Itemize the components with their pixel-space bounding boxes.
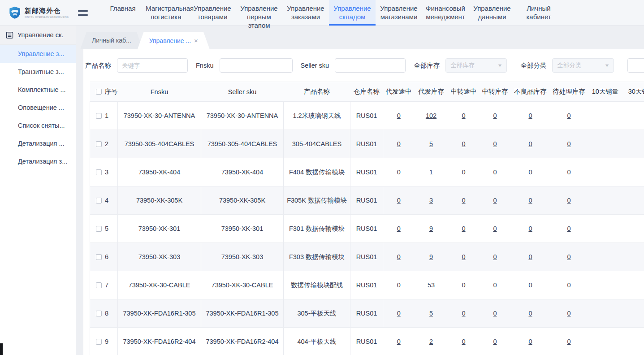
- consign-stock-link[interactable]: 102: [426, 112, 437, 119]
- nav-item-data-management[interactable]: Управление данными: [469, 0, 515, 26]
- transfer-in-transit-link[interactable]: 0: [462, 253, 465, 260]
- cell-sales-30d: [623, 186, 644, 215]
- transfer-stock-link[interactable]: 0: [493, 140, 497, 147]
- consign-in-transit-link[interactable]: 0: [397, 281, 401, 289]
- sidebar-item-alerts[interactable]: Оповещение ...: [0, 99, 76, 117]
- filter-stock-select[interactable]: 全部库存▼: [445, 58, 507, 73]
- transfer-stock-link[interactable]: 0: [493, 197, 497, 204]
- filter-product-name-input[interactable]: [117, 58, 188, 73]
- defective-stock-link[interactable]: 0: [528, 338, 532, 345]
- defective-stock-link[interactable]: 0: [528, 197, 532, 204]
- nav-item-trunk-logistics[interactable]: Магистральная логистика: [143, 0, 189, 26]
- row-checkbox[interactable]: [96, 113, 102, 119]
- transfer-in-transit-link[interactable]: 0: [462, 140, 465, 147]
- vertical-scrollbar-thumb[interactable]: [0, 343, 3, 355]
- sidebar-item-kit-orders[interactable]: Комплектные ...: [0, 81, 76, 99]
- nav-item-first-leg-management[interactable]: Управление первым этапом: [236, 0, 282, 26]
- pending-stock-link[interactable]: 0: [567, 253, 571, 260]
- consign-in-transit-link[interactable]: 0: [397, 140, 401, 147]
- cell-fnsku: 73950-XK-FDA16R1-305: [118, 299, 201, 328]
- transfer-stock-link[interactable]: 0: [493, 338, 497, 345]
- sidebar-item-orders-management[interactable]: Управление з...: [0, 45, 76, 63]
- consign-in-transit-link[interactable]: 0: [397, 197, 401, 204]
- nav-item-order-management[interactable]: Управление заказами: [282, 0, 329, 26]
- tab-close-icon[interactable]: ×: [194, 37, 198, 44]
- cell-transfer-stock: 0: [480, 215, 511, 243]
- transfer-stock-link[interactable]: 0: [493, 112, 497, 119]
- select-all-checkbox[interactable]: [96, 89, 102, 95]
- nav-item-warehouse-management[interactable]: Управление складом: [329, 0, 376, 26]
- transfer-in-transit-link[interactable]: 0: [462, 281, 465, 289]
- defective-stock-link[interactable]: 0: [528, 310, 532, 317]
- pending-stock-link[interactable]: 0: [567, 112, 571, 119]
- row-checkbox[interactable]: [96, 311, 102, 316]
- transfer-in-transit-link[interactable]: 0: [462, 310, 465, 317]
- transfer-in-transit-link[interactable]: 0: [462, 197, 465, 204]
- sidebar-item-details-b[interactable]: Детализация з...: [0, 152, 76, 170]
- consign-stock-link[interactable]: 2: [429, 338, 433, 345]
- consign-in-transit-link[interactable]: 0: [397, 169, 401, 176]
- nav-item-personal-account[interactable]: Личный кабинет: [515, 0, 562, 26]
- row-checkbox[interactable]: [96, 282, 102, 288]
- consign-in-transit-link[interactable]: 0: [397, 225, 401, 232]
- tab-warehouse-management[interactable]: Управление ...×: [138, 32, 210, 49]
- cell-seq: 2: [90, 130, 118, 158]
- row-checkbox[interactable]: [96, 226, 102, 232]
- consign-stock-link[interactable]: 53: [428, 281, 435, 289]
- filter-extra-input[interactable]: [627, 58, 644, 73]
- sidebar-item-removed-list[interactable]: Список сняты...: [0, 117, 76, 134]
- pending-stock-link[interactable]: 0: [567, 169, 571, 176]
- consign-stock-link[interactable]: 5: [429, 140, 433, 147]
- consign-stock-link[interactable]: 9: [429, 225, 433, 232]
- row-checkbox[interactable]: [96, 169, 102, 175]
- filter-seller-sku-input[interactable]: [335, 58, 406, 73]
- consign-in-transit-link[interactable]: 0: [397, 253, 401, 260]
- transfer-stock-link[interactable]: 0: [493, 169, 497, 176]
- nav-item-product-management[interactable]: Управление товарами: [189, 0, 236, 26]
- sidebar-item-transit-orders[interactable]: Транзитные з...: [0, 63, 76, 81]
- pending-stock-link[interactable]: 0: [567, 197, 571, 204]
- nav-item-home[interactable]: Главная: [103, 0, 143, 26]
- consign-stock-link[interactable]: 9: [429, 253, 433, 260]
- transfer-in-transit-link[interactable]: 0: [462, 225, 465, 232]
- row-checkbox[interactable]: [96, 254, 102, 260]
- cell-transfer-in-transit: 0: [448, 130, 480, 158]
- defective-stock-link[interactable]: 0: [528, 140, 532, 147]
- pending-stock-link[interactable]: 0: [567, 281, 571, 289]
- pending-stock-link[interactable]: 0: [567, 225, 571, 232]
- filter-category-select[interactable]: 全部分类▼: [552, 58, 614, 73]
- defective-stock-link[interactable]: 0: [528, 112, 532, 119]
- consign-stock-link[interactable]: 3: [429, 197, 433, 204]
- table-row: 273950-305-404CABLES73950-305-404CABLES3…: [90, 130, 644, 158]
- top-navbar: 新邮海外仓 XINYOU OVERSEAS WAREHOUSING Главна…: [0, 0, 644, 26]
- defective-stock-link[interactable]: 0: [528, 253, 532, 260]
- transfer-stock-link[interactable]: 0: [493, 281, 497, 289]
- transfer-in-transit-link[interactable]: 0: [462, 169, 465, 176]
- transfer-stock-link[interactable]: 0: [493, 225, 497, 232]
- row-checkbox[interactable]: [96, 198, 102, 203]
- transfer-in-transit-link[interactable]: 0: [462, 338, 465, 345]
- consign-in-transit-link[interactable]: 0: [397, 338, 401, 345]
- pending-stock-link[interactable]: 0: [567, 140, 571, 147]
- row-checkbox[interactable]: [96, 141, 102, 147]
- row-checkbox[interactable]: [96, 339, 102, 345]
- nav-item-store-management[interactable]: Управление магазинами: [376, 0, 422, 26]
- sidebar-item-details-a[interactable]: Детализация ...: [0, 134, 76, 152]
- consign-stock-link[interactable]: 1: [429, 169, 433, 176]
- sidebar-group-warehouse-management[interactable]: Управление ск.: [0, 26, 76, 45]
- menu-collapse-icon[interactable]: [78, 0, 90, 26]
- defective-stock-link[interactable]: 0: [528, 169, 532, 176]
- filter-fnsku-input[interactable]: [220, 58, 293, 73]
- transfer-stock-link[interactable]: 0: [493, 253, 497, 260]
- transfer-stock-link[interactable]: 0: [493, 310, 497, 317]
- pending-stock-link[interactable]: 0: [567, 310, 571, 317]
- defective-stock-link[interactable]: 0: [528, 281, 532, 289]
- consign-in-transit-link[interactable]: 0: [397, 310, 401, 317]
- defective-stock-link[interactable]: 0: [528, 225, 532, 232]
- consign-stock-link[interactable]: 5: [429, 310, 433, 317]
- pending-stock-link[interactable]: 0: [567, 338, 571, 345]
- nav-item-finance-management[interactable]: Финансовый менеджмент: [422, 0, 469, 26]
- tab-personal-cabinet[interactable]: Личный каб...: [80, 32, 143, 49]
- transfer-in-transit-link[interactable]: 0: [462, 112, 465, 119]
- consign-in-transit-link[interactable]: 0: [397, 112, 401, 119]
